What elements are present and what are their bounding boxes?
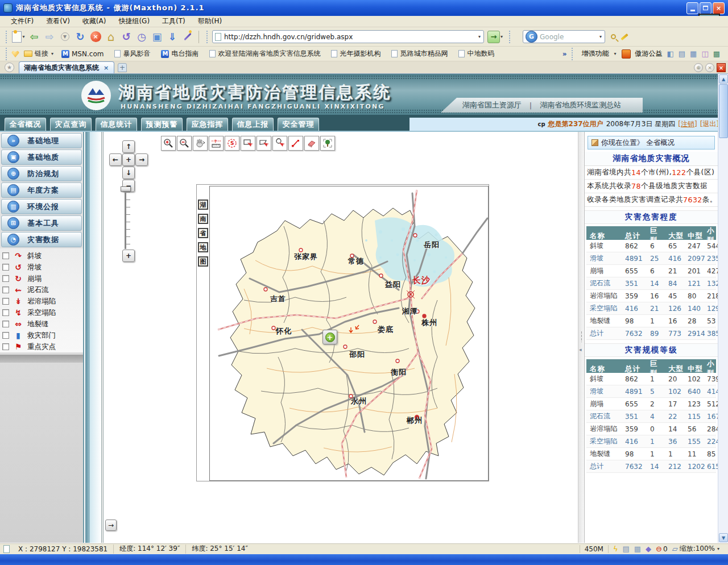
pens-icon[interactable]: ◫ <box>701 49 708 58</box>
pan-left-button[interactable]: ← <box>109 153 122 166</box>
link-item[interactable]: 欢迎登陆湖南省地质灾害信息系统 <box>209 49 324 59</box>
map-canvas[interactable]: 张家界常德岳阳益阳长沙吉首湘潭株州怀化娄底邵阳衡阳永州郴州 + <box>209 186 489 481</box>
window-mode-icon[interactable]: ▤ <box>679 49 685 58</box>
scroll-up-button[interactable]: ▲ <box>719 74 728 84</box>
link-land-resources-dept[interactable]: 湖南省国土资源厅 <box>462 100 522 110</box>
popup-blocker[interactable]: ⊖ 0 <box>656 545 668 553</box>
proxy-icon[interactable]: ▤ <box>622 545 629 553</box>
map-scroll-right-button[interactable]: → <box>105 520 117 531</box>
back-button[interactable]: ⇦ <box>27 29 42 45</box>
link-item[interactable]: 中地数码 <box>458 49 498 59</box>
tab-list-close-button[interactable]: × <box>705 63 714 72</box>
map-eraser-tool[interactable] <box>304 136 319 151</box>
map-polygon-select-tool[interactable] <box>257 136 271 151</box>
pan-down-button[interactable]: ↓ <box>122 167 135 179</box>
layer-checkbox[interactable] <box>2 264 9 271</box>
map-full-extent-tool[interactable] <box>320 136 335 151</box>
link-item[interactable]: 链接▾ <box>24 49 54 59</box>
sidebar-splitter[interactable] <box>85 132 90 544</box>
nav-tab[interactable]: 灾点查询 <box>50 118 92 131</box>
search-box[interactable]: G Google ▾ <box>523 30 605 43</box>
link-item[interactable]: M电台指南 <box>161 49 202 59</box>
menu-item[interactable]: 工具(T) <box>157 15 191 27</box>
go-button[interactable]: → <box>487 31 500 43</box>
undo-button[interactable]: ↺ <box>119 29 134 45</box>
sidebar-group-button[interactable]: ▣ 基础地质 <box>1 149 82 165</box>
menu-item[interactable]: 查看(V) <box>41 15 75 27</box>
filter-icon[interactable]: ▩ <box>634 545 641 553</box>
site-icon[interactable]: ▩ <box>713 49 720 58</box>
layer-checkbox[interactable] <box>2 332 9 339</box>
nav-tab[interactable]: 全省概况 <box>5 118 46 131</box>
scroll-down-button[interactable]: ▼ <box>719 533 728 542</box>
notes-icon[interactable]: ▦ <box>690 49 697 58</box>
favorites-star-button[interactable]: ★ <box>5 63 14 72</box>
panel-splitter[interactable]: ◂ <box>578 132 584 544</box>
layer-checkbox[interactable] <box>2 252 9 259</box>
map-circle-select-tool[interactable] <box>272 136 287 151</box>
map-pan-tool[interactable] <box>193 136 208 151</box>
layer-checkbox[interactable] <box>2 343 9 350</box>
sidebar-group-button[interactable]: ▤ 年度方案 <box>1 182 82 198</box>
nav-tab[interactable]: 信息统计 <box>96 118 137 131</box>
menu-item[interactable]: 帮助(H) <box>193 15 227 27</box>
close-button[interactable]: × <box>713 2 725 14</box>
search-icon[interactable] <box>611 34 616 39</box>
nav-tab[interactable]: 应急指挥 <box>187 118 228 131</box>
highlight-icon[interactable] <box>621 33 628 40</box>
nav-tab[interactable]: 预测预警 <box>141 118 183 131</box>
new-tab-button[interactable]: ▾ <box>11 29 26 45</box>
link-item[interactable]: 光年摄影机构 <box>331 49 384 59</box>
layer-checkbox[interactable] <box>2 275 9 282</box>
layer-checkbox[interactable] <box>2 321 9 327</box>
link-geo-env-station[interactable]: 湖南省地质环境监测总站 <box>540 100 621 110</box>
sidebar-group-button[interactable]: ◔ 灾害数据 <box>1 232 82 247</box>
overflow-chevron[interactable]: » <box>562 50 567 58</box>
layer-checkbox[interactable] <box>2 298 9 305</box>
link-item[interactable]: 觅路城市精品网 <box>391 49 451 59</box>
layer-checkbox[interactable] <box>2 309 9 316</box>
pan-right-button[interactable]: → <box>135 153 148 166</box>
sidebar-group-button[interactable]: ⊞ 基本工具 <box>1 215 82 231</box>
url-dropdown[interactable]: ▾ <box>478 34 481 39</box>
map-measure-tool[interactable]: ? <box>209 136 224 151</box>
sidebar-group-button[interactable]: » 基础地理 <box>1 133 82 148</box>
exit-link[interactable]: [退出] <box>700 119 719 129</box>
search-engine-dropdown[interactable]: ▾ <box>599 34 602 39</box>
sidebar-group-button[interactable]: ▥ 环境公报 <box>1 199 82 214</box>
favorites-heart-icon[interactable] <box>11 50 19 57</box>
nav-tab[interactable]: 信息上报 <box>232 118 274 131</box>
enhance-menu[interactable]: 增强功能 <box>582 49 609 59</box>
go-dropdown[interactable]: ▾ <box>500 34 503 39</box>
address-bar[interactable]: http://dzzh.hndh.gov.cn/gridweb.aspx ▾ <box>212 30 484 43</box>
scrollbar-thumb[interactable] <box>719 84 728 138</box>
zoom-in-button[interactable]: + <box>122 250 135 262</box>
plugin-icon[interactable]: ◆ <box>646 545 651 553</box>
url-text[interactable]: http://dzzh.hndh.gov.cn/gridweb.aspx <box>224 33 478 41</box>
map-select-s-tool[interactable]: S <box>225 136 239 151</box>
zoom-dropdown-caret[interactable]: ▾ <box>717 546 719 551</box>
download-button[interactable]: ⇓ <box>165 29 180 45</box>
layer-checkbox[interactable] <box>2 286 9 293</box>
stop-button[interactable]: × <box>88 29 103 45</box>
pan-up-button[interactable]: ↑ <box>122 140 135 153</box>
link-item[interactable]: MMSN.com <box>61 49 107 59</box>
history-dropdown-button[interactable]: ▾ <box>57 29 72 45</box>
logout-link[interactable]: [注销] <box>678 119 697 129</box>
skin-icon[interactable]: ◧ <box>667 49 674 58</box>
page-scrollbar[interactable]: ▲ ▼ <box>718 74 728 543</box>
sidebar-group-button[interactable]: ⊕ 防治规划 <box>1 166 82 181</box>
collapse-arrow-icon[interactable]: ◂ <box>579 347 582 352</box>
pan-center-button[interactable]: + <box>122 153 135 166</box>
wand-button[interactable] <box>180 29 195 45</box>
tab-close-icon[interactable]: × <box>104 64 109 72</box>
map-draw-line-tool[interactable] <box>288 136 303 151</box>
zoom-slider-thumb[interactable] <box>121 186 131 192</box>
new-tab-plus-button[interactable]: + <box>118 63 127 72</box>
search-input[interactable]: Google <box>540 33 599 41</box>
tab-settings-button[interactable]: ⊕ <box>694 63 703 72</box>
charity-link[interactable]: 傲游公益 <box>635 49 663 59</box>
tab-active[interactable]: 湖南省地质灾害信息系统 × <box>19 61 114 73</box>
nav-tab[interactable]: 安全管理 <box>278 118 319 131</box>
map-zoom-out-tool[interactable] <box>177 136 192 151</box>
